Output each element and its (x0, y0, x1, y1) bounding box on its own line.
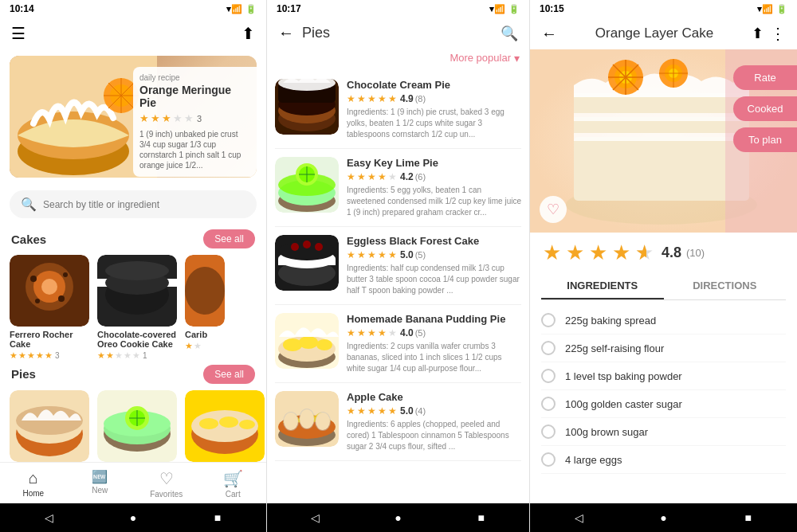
ingredient-checkbox-3[interactable] (541, 369, 556, 383)
cakes-title: Cakes (11, 233, 46, 246)
home-icon: ⌂ (29, 469, 38, 487)
rating-count: (10) (686, 247, 705, 259)
status-bar-1: 10:14 ▾📶 🔋 (0, 0, 266, 18)
rating-star-5: ★ ★ (635, 241, 654, 265)
ferrero-cake-name: Ferrero Rocher Cake (10, 330, 89, 349)
nav-cart[interactable]: 🛒 Cart (200, 463, 267, 503)
svg-point-61 (291, 243, 299, 251)
system-nav-3: ◁ ● ■ (530, 503, 797, 532)
recents-sys-btn-2[interactable]: ■ (473, 510, 489, 526)
ingredient-checkbox-5[interactable] (541, 424, 556, 439)
rating-star-3: ★ (589, 241, 607, 265)
banana-stars: ★ ★ ★ ★ ★ 4.0 (5) (347, 327, 521, 338)
hero-card[interactable]: daily recipe Orange Meringue Pie ★ ★ ★ ★… (10, 56, 257, 178)
rating-value: 4.8 (662, 244, 681, 261)
cooked-button[interactable]: Cooked (733, 96, 797, 121)
panel-pies: 10:17 ▾📶 🔋 ← Pies 🔍 More popular ▾ (267, 0, 530, 532)
cake-card-ferrero[interactable]: Ferrero Rocher Cake ★ ★ ★ ★ ★ 3 (10, 255, 89, 356)
nav-favorites[interactable]: ♡ Favorites (133, 463, 200, 503)
blackforest-stars: ★ ★ ★ ★ ★ 5.0 (5) (347, 249, 521, 260)
svg-point-62 (303, 241, 311, 248)
time-2: 10:17 (277, 3, 301, 14)
ingredient-baking-spread: 225g baking spread (541, 307, 786, 334)
apple-name: Apple Cake (347, 391, 521, 403)
recipe-item-lime[interactable]: Easy Key Lime Pie ★ ★ ★ ★ ★ 4.2 (6) Ingr… (275, 149, 521, 227)
pie-card-3[interactable] (185, 390, 265, 459)
carib-stars: ★ ★ (185, 341, 225, 351)
tab-ingredients[interactable]: INGREDIENTS (541, 273, 664, 299)
back-button-3[interactable]: ← (541, 25, 557, 43)
menu-icon[interactable]: ☰ (11, 24, 26, 43)
svg-point-69 (316, 339, 332, 350)
lime-pie-thumb (275, 157, 339, 213)
svg-point-68 (299, 336, 318, 349)
pie-2-image (97, 390, 177, 462)
oreo-cake-image (97, 255, 177, 327)
share-icon[interactable]: ⬆ (241, 24, 255, 43)
cakes-see-all-button[interactable]: See all (203, 229, 255, 248)
home-sys-btn-2[interactable]: ● (390, 510, 406, 526)
back-sys-btn-2[interactable]: ◁ (307, 510, 323, 526)
svg-point-21 (105, 261, 169, 280)
home-sys-btn[interactable]: ● (125, 510, 141, 526)
pie-card-2[interactable] (97, 390, 177, 459)
back-sys-btn-3[interactable]: ◁ (571, 510, 587, 526)
ingredient-checkbox-6[interactable] (541, 452, 556, 467)
home-sys-btn-3[interactable]: ● (655, 510, 671, 526)
recents-sys-btn[interactable]: ■ (210, 510, 226, 526)
svg-point-13 (30, 276, 37, 282)
oreo-cake-name: Chocolate-covered Oreo Cookie Cake (97, 330, 177, 349)
recipe-item-choco-cream[interactable]: Chocolate Cream Pie ★ ★ ★ ★ ★ 4.9 (8) In… (275, 71, 521, 149)
cake-card-oreo[interactable]: Chocolate-covered Oreo Cookie Cake ★ ★ ★… (97, 255, 177, 356)
ingredient-text-5: 100g brown sugar (565, 426, 648, 438)
favorite-button[interactable]: ♡ (540, 196, 567, 223)
ingredient-caster-sugar: 100g golden caster sugar (541, 390, 786, 418)
nav-new[interactable]: 🆕 New (67, 463, 134, 503)
search-bar[interactable]: 🔍 (10, 190, 257, 218)
choco-cream-thumb (275, 79, 339, 135)
more-button-3[interactable]: ⋮ (770, 24, 786, 43)
blackforest-desc: Ingredients: half cup condensed milk 1/3… (347, 263, 521, 296)
ingredient-checkbox-2[interactable] (541, 341, 556, 355)
svg-point-63 (315, 243, 323, 251)
search-button-2[interactable]: 🔍 (501, 25, 518, 42)
system-nav-2: ◁ ● ■ (267, 503, 529, 532)
filter-chevron-icon[interactable]: ▾ (514, 52, 520, 65)
cart-icon: 🛒 (223, 469, 243, 488)
recipe-item-blackforest[interactable]: Eggless Black Forest Cake ★ ★ ★ ★ ★ 5.0 … (275, 227, 521, 305)
recents-sys-btn-3[interactable]: ■ (740, 510, 756, 526)
pies-see-all-button[interactable]: See all (203, 365, 255, 384)
lime-pie-name: Easy Key Lime Pie (347, 157, 521, 169)
pie-1-image (10, 390, 89, 462)
ingredient-checkbox-1[interactable] (541, 313, 556, 327)
svg-point-12 (41, 279, 57, 295)
to-plan-button[interactable]: To plan (733, 127, 797, 152)
recipe-list: Chocolate Cream Pie ★ ★ ★ ★ ★ 4.9 (8) In… (267, 71, 529, 503)
lime-pie-info: Easy Key Lime Pie ★ ★ ★ ★ ★ 4.2 (6) Ingr… (347, 157, 521, 218)
apple-desc: Ingredients: 6 apples (chopped, peeled a… (347, 419, 521, 452)
choco-cream-stars: ★ ★ ★ ★ ★ 4.9 (8) (347, 93, 521, 104)
search-input[interactable] (43, 199, 245, 210)
ingredient-flour: 225g self-raising flour (541, 334, 786, 362)
rate-button[interactable]: Rate (733, 65, 797, 90)
svg-point-41 (239, 420, 255, 429)
svg-point-23 (185, 267, 225, 315)
daily-recipe-label: daily recipe (139, 73, 250, 82)
cake-card-carib[interactable]: Carib ★ ★ (185, 255, 225, 356)
ingredient-eggs: 4 large eggs (541, 446, 786, 474)
tab-directions[interactable]: DIRECTIONS (664, 273, 787, 299)
filter-label[interactable]: More popular (450, 52, 511, 65)
recipe-tabs: INGREDIENTS DIRECTIONS (541, 273, 786, 300)
time-3: 10:15 (540, 3, 564, 14)
recipe-item-banana[interactable]: Homemade Banana Pudding Pie ★ ★ ★ ★ ★ 4.… (275, 305, 521, 383)
recipe-item-apple[interactable]: Apple Cake ★ ★ ★ ★ ★ 5.0 (4) Ingredients… (275, 383, 521, 461)
banana-thumb (275, 313, 339, 369)
svg-point-15 (58, 295, 65, 302)
nav-home[interactable]: ⌂ Home (0, 463, 67, 503)
oreo-stars: ★ ★ ★ ★ ★ 1 (97, 350, 177, 359)
pie-card-1[interactable] (10, 390, 89, 459)
back-sys-btn[interactable]: ◁ (41, 510, 57, 526)
share-button-3[interactable]: ⬆ (752, 25, 764, 42)
ingredient-checkbox-4[interactable] (541, 397, 556, 411)
back-button-2[interactable]: ← (278, 24, 294, 42)
